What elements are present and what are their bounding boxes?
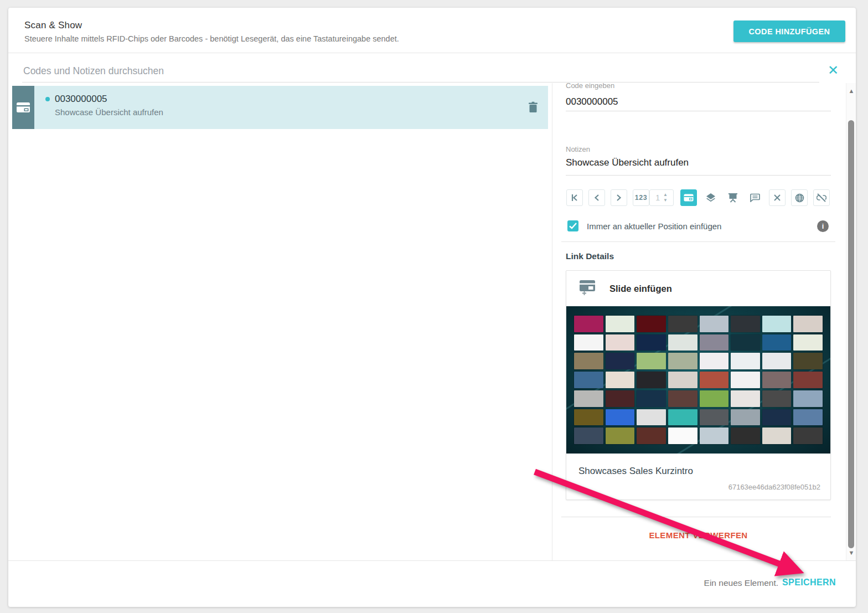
- search-underline: [22, 82, 819, 83]
- thumbnail-tile: [731, 390, 760, 407]
- thumbnail-tile: [668, 427, 698, 444]
- link-card-header: Slide einfügen: [566, 271, 830, 306]
- scroll-down-icon[interactable]: ▼: [846, 549, 856, 556]
- thumbnail-tile: [700, 427, 729, 444]
- thumbnail-tile: [731, 316, 760, 332]
- code-field-label: Code eingeben: [566, 83, 614, 90]
- thumbnail-tile: [793, 427, 823, 444]
- code-field-value[interactable]: 0030000005: [566, 96, 618, 107]
- list-item-body: 0030000005 Showcase Übersicht aufrufen: [34, 86, 518, 129]
- web-link-button[interactable]: [791, 189, 808, 206]
- code-list-item[interactable]: 0030000005 Showcase Übersicht aufrufen: [12, 86, 548, 129]
- link-off-button[interactable]: [813, 189, 830, 206]
- thumbnail-tile: [731, 409, 760, 426]
- thumbnail-tile: [637, 316, 666, 332]
- thumbnail-tile: [793, 316, 823, 332]
- thumbnail-tile: [700, 390, 729, 407]
- code-editor-panel: Code eingeben 0030000005 Notizen Showcas…: [552, 83, 846, 560]
- stepper-arrows-icon[interactable]: ▲▼: [663, 193, 668, 203]
- showcase-thumbnail-grid: [574, 316, 823, 444]
- position-checkbox[interactable]: [567, 220, 578, 231]
- footer-divider: [8, 560, 856, 561]
- thumbnail-tile: [637, 353, 666, 369]
- thumbnail-tile: [606, 372, 635, 388]
- thumbnail-tile: [637, 334, 666, 351]
- code-field-underline: [566, 111, 831, 111]
- thumbnail-tile: [606, 409, 635, 426]
- thumbnail-tile: [574, 353, 603, 369]
- card-scan-icon: [12, 86, 34, 129]
- next-page-button[interactable]: [611, 189, 627, 206]
- thumbnail-tile: [668, 390, 698, 407]
- delete-code-icon[interactable]: [518, 86, 548, 129]
- thumbnail-tile: [793, 372, 823, 388]
- thumbnail-tile: [762, 334, 792, 351]
- comment-button[interactable]: [747, 189, 763, 206]
- first-page-button[interactable]: [566, 189, 583, 206]
- thumbnail-tile: [668, 372, 698, 388]
- search-input[interactable]: [22, 61, 820, 81]
- add-code-button[interactable]: CODE HINZUFÜGEN: [733, 20, 845, 42]
- linked-showcase-title: Showcases Sales Kurzintro: [578, 466, 693, 477]
- thumbnail-tile: [606, 390, 635, 407]
- thumbnail-tile: [762, 390, 792, 407]
- linked-showcase-id: 67163ee46da623f08fe051b2: [728, 483, 820, 491]
- thumbnail-tile: [700, 372, 729, 388]
- thumbnail-tile: [637, 427, 666, 444]
- thumbnail-tile: [574, 409, 603, 426]
- position-checkbox-label: Immer an aktueller Position einfügen: [587, 221, 721, 231]
- thumbnail-tile: [637, 390, 666, 407]
- discard-element-button[interactable]: ELEMENT VERWERFEN: [566, 530, 831, 540]
- thumbnail-tile: [574, 390, 603, 407]
- thumbnail-tile: [700, 316, 729, 332]
- scroll-up-icon[interactable]: ▲: [846, 87, 856, 94]
- link-details-card[interactable]: Slide einfügen Showcases Sales Kurzintro…: [566, 270, 831, 500]
- page-number-value: 1: [655, 193, 660, 202]
- thumbnail-tile: [606, 427, 635, 444]
- thumbnail-tile: [574, 427, 603, 444]
- thumbnail-tile: [700, 353, 729, 369]
- thumbnail-tile: [793, 353, 823, 369]
- slide-insert-icon: [578, 279, 597, 298]
- thumbnail-tile: [762, 353, 792, 369]
- thumbnail-tile: [574, 316, 603, 332]
- link-details-heading: Link Details: [566, 251, 614, 261]
- thumbnail-tile: [793, 334, 823, 351]
- thumbnail-tile: [762, 372, 792, 388]
- scrollbar-thumb[interactable]: [848, 120, 854, 548]
- numeric-mode-button[interactable]: 123: [633, 189, 649, 206]
- list-item-note: Showcase Übersicht aufrufen: [55, 107, 518, 117]
- notes-field-label: Notizen: [566, 145, 590, 153]
- panel-scrollbar[interactable]: ▲ ▼: [846, 83, 856, 560]
- thumbnail-tile: [668, 409, 698, 426]
- thumbnail-tile: [700, 409, 729, 426]
- thumbnail-tile: [606, 334, 635, 351]
- scan-and-show-page: { "header": { "title": "Scan & Show", "s…: [0, 0, 868, 613]
- thumbnail-tile: [668, 316, 698, 332]
- showcase-thumbnail: [566, 306, 830, 454]
- save-button[interactable]: SPEICHERN: [782, 578, 836, 588]
- page-number-stepper[interactable]: 1 ▲▼: [649, 189, 674, 206]
- notes-field-value[interactable]: Showcase Übersicht aufrufen: [566, 157, 689, 168]
- thumbnail-tile: [793, 409, 823, 426]
- slide-insert-label: Slide einfügen: [609, 284, 672, 294]
- info-icon[interactable]: i: [817, 220, 829, 232]
- list-item-code: 0030000005: [55, 94, 107, 105]
- thumbnail-tile: [668, 353, 698, 369]
- search-clear-icon[interactable]: ✕: [826, 63, 840, 78]
- thumbnail-tile: [668, 334, 698, 351]
- layers-button[interactable]: [702, 189, 719, 206]
- notes-field-underline: [566, 175, 831, 176]
- prev-page-button[interactable]: [588, 189, 605, 206]
- thumbnail-tile: [762, 409, 792, 426]
- thumbnail-tile: [637, 409, 666, 426]
- thumbnail-tile: [731, 353, 760, 369]
- checkbox-divider: [561, 241, 835, 242]
- thumbnail-tile: [606, 353, 635, 369]
- clear-link-button[interactable]: [769, 189, 786, 206]
- presentation-button[interactable]: [725, 189, 741, 206]
- thumbnail-tile: [762, 427, 792, 444]
- slide-link-button[interactable]: [680, 189, 697, 206]
- thumbnail-tile: [762, 316, 792, 332]
- thumbnail-tile: [637, 372, 666, 388]
